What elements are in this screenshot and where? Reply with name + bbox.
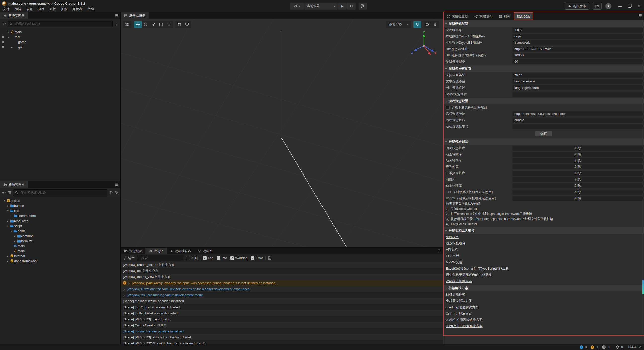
doc-link[interactable]: ECS文档 [446,254,459,258]
section-header[interactable]: ▾游戏资源配置 [443,98,644,104]
remote-load-checkbox[interactable]: 游戏中资源是否远程加载 [443,104,644,111]
log-filter-checkbox[interactable]: ✓Info [217,256,227,260]
menu-item[interactable]: 扩展 [58,6,70,12]
remove-module-button[interactable]: 剔除 [512,177,643,182]
section-header[interactable]: ▾框架文档工具链接 [443,227,644,234]
doc-link[interactable]: 动画状态机编辑器 [446,279,472,283]
menu-item[interactable]: 开发者 [70,6,85,12]
log-filter-checkbox[interactable]: ✓Log [203,256,213,260]
section-header[interactable]: ▾游戏多语言配置 [443,65,644,72]
tree-item[interactable]: ▸initialize [0,238,120,243]
log-row[interactable]: [Scene] [box2d]:box2d wasm lib loaded. [121,304,443,310]
log-filter-checkbox[interactable]: ✓Error [251,256,263,260]
tree-chevron-icon[interactable]: ▸ [6,255,10,257]
config-input[interactable] [512,92,643,97]
hierarchy-searchbox[interactable] [8,21,113,27]
tree-item[interactable]: ▾assets [0,198,120,203]
tree-item[interactable]: ▾main [0,29,120,34]
config-input[interactable] [512,59,643,64]
doc-link[interactable]: 游戏模板项目 [446,241,465,246]
restore-button[interactable] [628,5,631,8]
tree-item[interactable]: ▸oops-framework [0,258,120,264]
panel-menu-icon[interactable]: ☰ [115,14,118,18]
collapse-all-icon[interactable] [8,191,11,194]
doc-link[interactable]: API文档 [446,247,458,252]
scene-settings-button[interactable]: ⚙ [431,21,439,28]
log-row[interactable]: [Scene] [PHYSICS]: switch from builtin t… [121,334,443,340]
inspector-tab[interactable]: 构建发布 [471,12,496,20]
clear-console-button[interactable]: 清空 [123,256,135,260]
tree-item[interactable]: ▾libs [0,208,120,213]
panel-menu-icon[interactable]: ☰ [115,182,118,186]
tree-item[interactable]: ▾script [0,223,120,228]
create-asset-button[interactable]: +▾ [2,190,6,195]
section-header[interactable]: ▾游戏基础配置 [443,20,644,27]
tree-item[interactable]: game [0,39,120,45]
tree-chevron-icon[interactable]: ▸ [13,235,17,237]
expand-chevron-icon[interactable]: ❯ [128,282,130,284]
panel-menu-icon[interactable]: ☰ [437,249,441,253]
log-filter-checkbox[interactable]: ✓Warning [230,256,247,260]
config-input[interactable] [512,118,643,123]
play-button[interactable]: ▶ [338,3,347,10]
config-input[interactable] [512,34,643,39]
remove-module-button[interactable]: 剔除 [512,196,643,201]
minimize-button[interactable] [618,6,622,7]
remove-module-button[interactable]: 剔除 [512,183,643,188]
doc-link[interactable]: 全栈开发解决方案 [446,299,472,303]
create-node-button[interactable]: +▾ [2,22,6,26]
tab-assets[interactable]: 资源管理器 [0,181,28,188]
warning-count-icon[interactable]: ! [591,345,594,349]
build-publish-button[interactable]: 构建发布 [565,3,589,10]
menu-item[interactable]: 文件 [1,6,12,12]
tree-item[interactable]: ▸gui [0,45,120,50]
pivot-tool-icon[interactable] [175,21,183,28]
log-row[interactable]: [Scene] [PHYSICS2D]: switch from box2d-w… [121,340,443,344]
console-tab[interactable]: 动画图 [194,248,216,254]
assets-search-input[interactable] [20,190,106,195]
scene-selector-dropdown[interactable]: 当前场景 ▾ [304,3,338,10]
panel-menu-icon[interactable]: ☰ [639,14,642,18]
tree-chevron-icon[interactable]: ▾ [3,199,6,202]
tree-item[interactable]: main [0,248,120,253]
log-row[interactable]: [Scene] Cocos Creator v3.8.2 [121,322,443,328]
close-button[interactable]: ✕ [638,4,641,8]
assets-searchbox[interactable] [13,189,107,196]
tree-item[interactable]: ▸resources [0,218,120,223]
doc-link[interactable]: 原生包热更新配置自动生成插件 [446,273,492,277]
expand-chevron-icon[interactable]: ❯ [123,288,125,290]
error-count-icon[interactable]: ✕ [602,345,606,349]
rotate-tool-icon[interactable] [142,21,149,28]
config-input[interactable] [512,47,643,52]
restart-button[interactable]: ↻ [347,3,356,10]
tree-chevron-icon[interactable]: ▸ [10,214,13,217]
tree-chevron-icon[interactable]: ▾ [10,230,13,232]
log-row[interactable]: !❯[Window] [Vue warn]: Property "onInput… [121,280,443,286]
bell-icon[interactable] [616,345,619,349]
tree-chevron-icon[interactable]: ▾ [6,209,10,212]
tree-item[interactable]: ▾root [0,34,120,39]
config-input[interactable] [512,40,643,45]
filter-icon[interactable] [115,22,118,25]
menu-item[interactable]: 项目 [35,6,47,12]
tree-item[interactable]: ▸internal [0,253,120,258]
save-button[interactable]: 保存 [535,131,552,136]
dimension-toggle-button[interactable]: 3D [123,21,131,28]
lighting-toggle-button[interactable] [413,21,421,28]
menu-item[interactable]: 节点 [24,6,35,12]
tree-item[interactable]: ▸bundle [0,203,120,208]
tree-chevron-icon[interactable]: ▸ [6,204,10,207]
camera-settings-button[interactable] [424,21,431,28]
inspector-tab[interactable]: 属性检查器 [443,12,471,20]
log-row[interactable]: [Window] ecs文件夹存在 [121,268,443,274]
preview-qr-button[interactable] [359,3,367,10]
remove-module-button[interactable]: 剔除 [512,164,643,169]
tree-item[interactable]: ▸seedrandom [0,213,120,218]
help-button[interactable]: ? [605,3,611,9]
expand-chevron-icon[interactable]: ❯ [123,294,125,296]
remove-module-button[interactable]: 剔除 [512,158,643,163]
refresh-icon[interactable]: ↻ [115,190,118,195]
console-searchbox[interactable] [137,255,183,261]
log-row[interactable]: [Window] model_view文件夹存在 [121,274,443,280]
tree-chevron-icon[interactable]: ▾ [7,31,10,33]
